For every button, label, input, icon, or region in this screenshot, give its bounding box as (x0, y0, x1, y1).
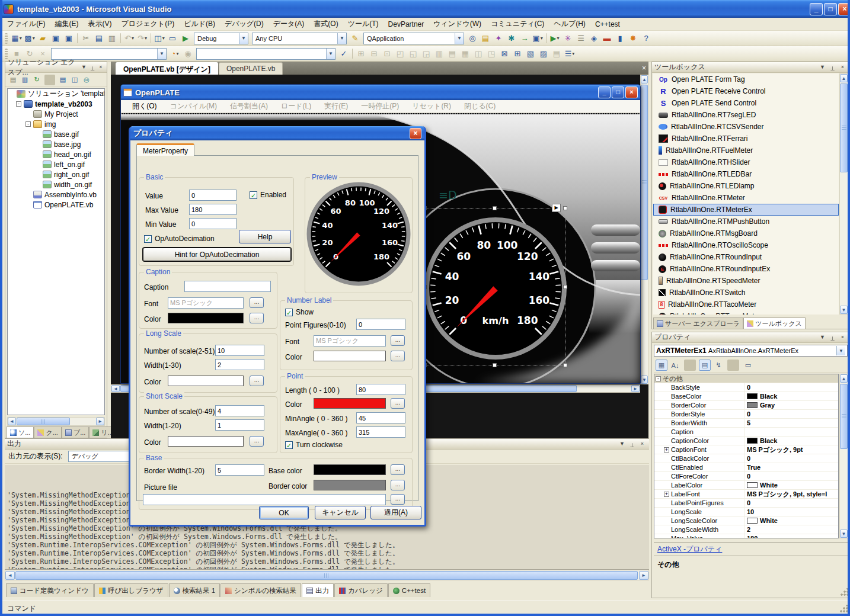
chevron-down-icon[interactable]: ▼ (836, 346, 845, 355)
editor-vscrollbar[interactable]: ▲ ▼ (640, 75, 648, 384)
close-icon[interactable]: × (838, 333, 847, 342)
resize-grip[interactable] (839, 605, 848, 613)
smart-tag-icon[interactable]: ▶ (552, 204, 561, 212)
toolbox-item[interactable]: RtlabAllInOne.RTHSlider (653, 156, 839, 168)
border-color-picker-button[interactable]: ... (391, 480, 405, 490)
short-scale-width-input[interactable] (215, 419, 264, 431)
se-view-designer-icon[interactable]: ◫ (69, 75, 80, 85)
form-title-bar[interactable]: OpenPLATE _ □ × (121, 85, 640, 100)
align-bottoms-icon[interactable]: ◲ (420, 48, 432, 60)
bring-front-icon[interactable]: ▧ (525, 48, 536, 60)
menu-item[interactable]: ウィンドウ(W) (429, 18, 486, 30)
form-menu-item[interactable]: 信号割当(A) (223, 100, 274, 113)
close-button[interactable]: × (838, 3, 850, 15)
document-tab[interactable]: OpenPLATE.vb (219, 62, 283, 75)
toolbox-item[interactable]: RtlabAllInOne.RTFerrari (653, 133, 839, 145)
remove-spacing-icon[interactable]: ◳ (485, 48, 497, 60)
property-expander[interactable]: - (656, 376, 661, 381)
property-row[interactable]: CtlForeColor 0 (654, 472, 838, 481)
property-row[interactable]: LongScaleWidth 2 (654, 525, 838, 534)
panel-tab[interactable]: ツールボックス (743, 317, 806, 329)
start-debug-icon[interactable]: ▶ (549, 33, 561, 44)
short-scale-color-picker-button[interactable]: ... (250, 436, 264, 447)
menu-item[interactable]: プロジェクト(P) (116, 18, 179, 30)
property-row[interactable]: LongScale 10 (654, 508, 838, 516)
chevron-down-icon[interactable]: ▼ (239, 33, 248, 44)
caption-font-input[interactable] (168, 297, 244, 309)
resize-handle[interactable] (563, 206, 567, 210)
same-height-icon[interactable]: ▤ (446, 48, 458, 60)
property-pages-icon[interactable]: ▭ (742, 360, 754, 371)
scrollbar-thumb[interactable] (840, 384, 848, 449)
tree-item[interactable]: width_on.gif (8, 179, 104, 190)
toolbox-vscrollbar[interactable]: ▲ ▼ (839, 73, 848, 315)
events-icon[interactable]: ↯ (712, 360, 724, 371)
cpu-combo[interactable]: Any CPU▼ (252, 33, 347, 44)
doc-icon[interactable]: ▬ (601, 33, 613, 44)
undo-icon[interactable]: ↶ (123, 33, 135, 44)
menu-item[interactable]: DevPartner (384, 19, 429, 30)
pin-icon[interactable]: ⊤ (89, 63, 96, 72)
form-menu-item[interactable]: コンパイル(M) (164, 100, 223, 113)
toolbox-item[interactable]: RtlabAllInOne.RTMeterEx (653, 204, 839, 216)
save-all-icon[interactable]: ▣ (63, 33, 75, 44)
number-label-font-picker-button[interactable]: ... (391, 335, 405, 346)
toolbox-item[interactable]: RtlabAllInOne.RTLEDBar (653, 168, 839, 180)
same-width-icon[interactable]: ▥ (433, 48, 445, 60)
toolbox-item[interactable]: E RtlabAllInOne.RTRoundInputEx (653, 263, 839, 275)
pin-icon[interactable]: ⊤ (828, 333, 837, 342)
long-scale-number-input[interactable] (215, 345, 264, 356)
property-row[interactable]: CaptionColor Black (654, 437, 838, 445)
toolbox-item[interactable]: CSV RtlabAllInOne.RTMeter (653, 192, 839, 204)
pin-icon[interactable]: ⊤ (628, 440, 637, 448)
toolbar-icon[interactable] (546, 33, 547, 43)
copy-icon[interactable]: ▤ (93, 33, 105, 44)
add-item-icon[interactable]: ▩ (24, 33, 36, 44)
toolbox-item[interactable]: RtlabAllInOne.RTSpeedMeter (653, 275, 839, 287)
point-figures-input[interactable] (356, 319, 405, 330)
panel-tab[interactable]: ソ... (7, 426, 34, 438)
align-middles-icon[interactable]: ◱ (407, 48, 419, 60)
property-row[interactable]: BorderStyle 0 (654, 410, 838, 419)
cut-icon[interactable]: ✂ (80, 33, 92, 44)
menu-item[interactable]: ヘルプ(H) (549, 18, 590, 30)
property-row[interactable]: Max_Value 180 (654, 534, 838, 538)
property-row[interactable]: +CaptionFont MS Pゴシック, 9pt (654, 445, 838, 454)
caption-font-picker-button[interactable]: ... (250, 297, 264, 308)
export-icon[interactable]: → (519, 33, 531, 44)
minimize-button[interactable]: _ (598, 86, 611, 98)
toolbox-item[interactable]: RtlabAllInOne.RTRoundInput (653, 251, 839, 263)
tree-item[interactable]: AssemblyInfo.vb (8, 190, 104, 200)
resize-handle[interactable] (563, 285, 567, 289)
toolbar-icon[interactable] (44, 75, 55, 85)
form-menu-item[interactable]: 開く(O) (126, 100, 164, 113)
border-width-input[interactable] (215, 464, 264, 476)
other-windows-icon[interactable]: ▣ (532, 33, 544, 44)
toolbox-item[interactable]: RtlabAllInOne.RTMsgBoard (653, 227, 839, 239)
property-row[interactable]: BaseColor Black (654, 392, 838, 401)
long-scale-width-input[interactable] (215, 359, 264, 370)
se-class-diagram-icon[interactable]: ◎ (81, 75, 92, 85)
help-button[interactable]: Help (239, 230, 291, 243)
toolbar-icon[interactable] (727, 360, 739, 371)
tree-expander[interactable]: - (25, 121, 31, 127)
se-view-code-icon[interactable]: ▤ (57, 75, 68, 85)
tree-item[interactable]: right_on.gif (8, 169, 104, 179)
same-size-icon[interactable]: ▦ (459, 48, 471, 60)
navigate-icon[interactable]: ◫ (154, 33, 165, 44)
maximize-button[interactable]: □ (612, 86, 624, 98)
form-menu-item[interactable]: 閉じる(C) (458, 100, 502, 113)
timer-icon[interactable]: ◔ (169, 48, 181, 60)
paste-icon[interactable]: ▥ (106, 33, 118, 44)
property-row[interactable]: -その他 (654, 374, 838, 383)
number-label-color-picker-button[interactable]: ... (391, 351, 405, 361)
properties-window-icon[interactable]: ▤ (480, 33, 491, 44)
properties-vscrollbar[interactable]: ▲ ▼ (839, 374, 848, 538)
toolbox-item[interactable]: RtlabAllInOne.RTFuelMeter (653, 145, 839, 156)
scroll-down-icon[interactable]: ▼ (641, 376, 648, 384)
length-input[interactable] (356, 384, 405, 395)
property-row[interactable]: CtlEnabled True (654, 463, 838, 472)
resize-handle[interactable] (563, 363, 567, 367)
picture-file-browse-button[interactable]: ... (391, 494, 405, 505)
picture-file-input[interactable] (143, 494, 386, 505)
